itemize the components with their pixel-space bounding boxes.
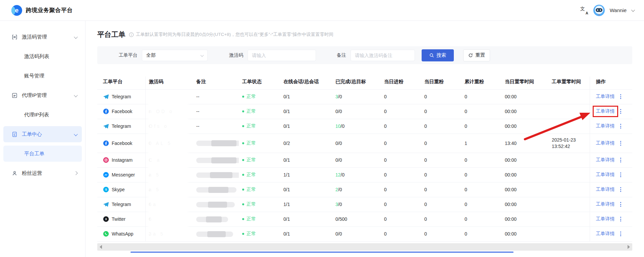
table-row: InstagramC a正常0/10/000000:00工单详情 [97,153,632,167]
more-actions-button[interactable] [620,172,621,177]
redacted-activation-code: 6 [149,216,153,222]
page-head: 平台工单 工单默认置零时间为每日凌晨的0点0分(UTC+8)，您也可以在“更多”… [97,30,632,39]
remark-cell [193,226,239,241]
status-cell: 正常 [239,212,280,226]
user-menu-chevron-down-icon[interactable] [631,8,635,11]
order-detail-link[interactable]: 工单详情 [596,123,615,129]
more-actions-button[interactable] [620,158,621,162]
scroll-right-arrow-icon[interactable] [628,245,630,249]
platform-cell: WhatsApp [97,226,145,241]
sidebar-item-account-management[interactable]: 账号管理 [3,68,82,84]
activation-code-icon [12,34,17,40]
remark-cell: -- [193,104,239,119]
table-row: WhatsApp3a 5正常0/10/000000:00工单详情 [97,226,632,241]
skype-icon: S [103,187,109,193]
svg-text:S: S [105,188,107,191]
order-detail-link[interactable]: 工单详情 [596,157,615,163]
redacted-activation-code: 6a [149,202,158,207]
daily-reset-time-cell: 00:00 [501,197,548,212]
order-detail-link[interactable]: 工单详情 [596,216,615,222]
telegram-icon [103,94,109,100]
total-repeat-fans-cell: 0 [461,226,501,241]
remark-cell: -- [193,89,239,104]
reset-button[interactable]: 重置 [463,49,490,61]
scroll-left-arrow-icon[interactable] [100,245,102,249]
platform-select[interactable]: 全部 [142,50,208,61]
sessions-cell: 0/1 [280,226,332,241]
platform-cell: Facebook [97,104,145,119]
order-detail-link[interactable]: 工单详情 [596,201,615,207]
sessions-cell: 1/1 [280,167,332,182]
status-dot-icon [242,174,244,176]
more-actions-button[interactable] [620,94,621,99]
sessions-cell: 0/1 [280,182,332,197]
column-header: 工单置零时间 [548,76,590,89]
remark-input[interactable] [351,50,415,61]
more-actions-button[interactable] [620,217,621,221]
translate-icon[interactable]: 文A [580,6,588,14]
code-cell: Ofs o [145,119,193,134]
order-detail-link[interactable]: 工单详情 [596,94,615,100]
status-dot-icon [242,159,244,161]
status-dot-icon [242,233,244,235]
sidebar-item-proxy-ip-list[interactable]: 代理IP列表 [3,107,82,123]
code-cell: 3a 5 [145,226,193,241]
column-header: 工单状态 [239,76,280,89]
sidebar-item-activation-code-management[interactable]: 激活码管理 [3,29,82,45]
total-repeat-fans-cell: 0 [461,153,501,167]
remark-cell [193,153,239,167]
platform-cell: XTwitter [97,212,145,226]
platform-filter-label: 工单平台 [119,52,138,58]
column-header: 当日置零时间 [501,76,548,89]
action-cell: 工单详情 [590,104,632,119]
daily-reset-time-cell: 00:00 [501,153,548,167]
order-detail-link[interactable]: 工单详情 [596,187,615,193]
status-dot-icon [242,142,244,144]
horizontal-scrollbar[interactable] [97,243,632,251]
daily-new-fans-cell: 0 [381,167,421,182]
sidebar-item-ticket-center[interactable]: 工单中心 [3,126,82,142]
remark-cell [193,212,239,226]
order-detail-link[interactable]: 工单详情 [596,108,615,114]
progress-cell: 3/0 [332,197,381,212]
info-icon [129,32,134,37]
platform-select-value: 全部 [146,52,156,58]
more-actions-button[interactable] [620,141,621,146]
more-actions-button[interactable] [620,202,621,207]
status-cell: 正常 [239,89,280,104]
sidebar-item-activation-code-list[interactable]: 激活码列表 [3,48,82,64]
remark-cell [193,134,239,153]
platform-cell: Facebook [97,134,145,153]
order-detail-link[interactable]: 工单详情 [596,231,615,237]
more-actions-button[interactable] [620,109,621,114]
sidebar-item-proxy-ip-management[interactable]: IP代理IP管理 [3,87,82,103]
code-cell: n OD o [145,104,193,119]
bottom-scroll-thumb[interactable] [130,252,514,253]
column-header: 当日进粉 [381,76,421,89]
svg-text:IP: IP [13,94,16,97]
more-actions-button[interactable] [620,187,621,192]
search-button[interactable]: 搜索 [422,49,454,61]
platform-cell: Instagram [97,153,145,167]
sidebar-item-label: 激活码列表 [24,53,77,60]
username[interactable]: Wannie [610,7,627,13]
code-cell: 0 AL 5 [145,134,193,153]
sidebar-item-label: 粉丝运营 [22,170,70,176]
more-actions-button[interactable] [620,232,621,236]
order-reset-time-cell [548,167,590,182]
sidebar-item-fans-operation[interactable]: 粉丝运营 [3,165,82,181]
code-cell: 6 [145,212,193,226]
proxy-ip-icon: IP [12,93,17,98]
sessions-cell: 0/1 [280,153,332,167]
user-avatar[interactable] [593,4,605,16]
order-reset-time-cell [548,104,590,119]
sidebar-item-platform-tickets[interactable]: 平台工单 [3,146,82,162]
order-detail-link[interactable]: 工单详情 [596,172,615,178]
order-detail-link[interactable]: 工单详情 [596,140,615,146]
column-header: 备注 [193,76,239,89]
daily-repeat-fans-cell: 0 [421,119,461,134]
daily-new-fans-cell: 0 [381,212,421,226]
platform-cell: Telegram [97,119,145,134]
code-input[interactable] [248,50,316,61]
more-actions-button[interactable] [620,124,621,128]
